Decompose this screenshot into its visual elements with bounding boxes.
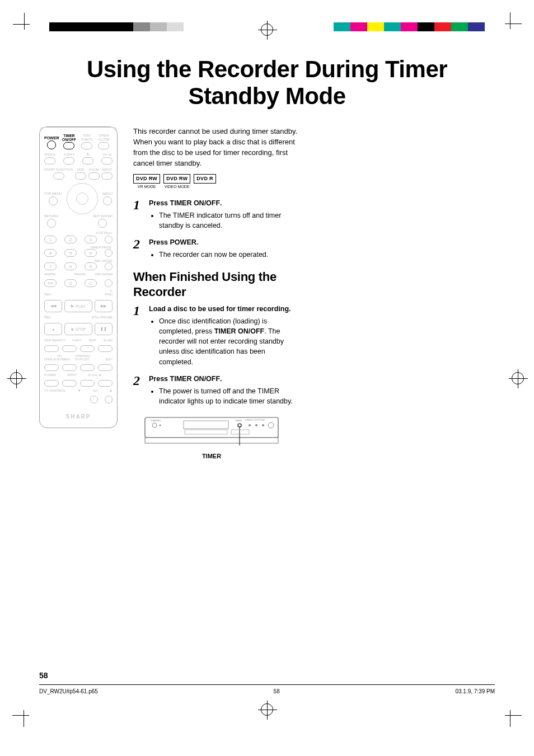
step-instruction: Press TIMER ON/OFF. — [149, 198, 301, 208]
svg-text:OPEN/CL  STOP  PLAY: OPEN/CL STOP PLAY — [245, 419, 265, 421]
step-instruction: Press TIMER ON/OFF. — [149, 374, 301, 384]
crop-mark-icon — [17, 694, 45, 722]
remote-label: SKIP SEARCH — [44, 339, 65, 342]
step-bullet: The power is turned off and the TIMER in… — [159, 386, 301, 406]
remote-label: ORIGINAL/ PLAYLIST — [75, 354, 105, 361]
remote-label: INPUT — [67, 373, 77, 377]
remote-label: MENU — [102, 192, 113, 196]
remote-label: FWD — [105, 293, 113, 297]
remote-label: CH — [102, 153, 107, 156]
remote-label: VCR Plus+ — [44, 231, 113, 234]
disc-tag: DVD R — [194, 174, 216, 184]
registration-cross-icon — [261, 24, 273, 36]
step-bullet: The TIMER indicator turns off and timer … — [159, 210, 301, 231]
footer-timestamp: 03.1.9, 7:39 PM — [455, 688, 495, 694]
crop-mark-icon — [17, 17, 45, 45]
remote-button — [101, 172, 113, 180]
remote-button — [98, 142, 109, 149]
remote-label: ERASE — [74, 273, 86, 276]
disc-tag: DVD RW — [163, 174, 190, 184]
remote-button — [81, 142, 92, 149]
remote-label: ZOOM — [89, 168, 99, 172]
remote-button — [63, 157, 74, 165]
remote-timer-button — [63, 142, 74, 149]
registration-cross-icon — [10, 372, 22, 384]
remote-label: START FUNCTION — [44, 168, 73, 172]
step-instruction: Press POWER. — [149, 237, 301, 247]
remote-label: AUDIO — [64, 153, 74, 157]
remote-label: DISPLAY — [44, 358, 57, 361]
remote-fwd-button: ▶▶ — [95, 300, 113, 312]
remote-label: CH — [92, 389, 97, 392]
remote-label: AM/PM — [44, 273, 55, 276]
intro-paragraph: This recorder cannot be used during time… — [133, 126, 301, 168]
remote-label: ANGLE — [44, 153, 55, 157]
remote-label: STOP — [75, 327, 86, 331]
page-title: Using the Recorder During Timer Standby … — [39, 56, 495, 110]
page-number: 58 — [39, 671, 48, 680]
remote-button — [47, 219, 56, 228]
svg-point-12 — [262, 424, 264, 426]
svg-rect-1 — [145, 438, 278, 443]
remote-button — [49, 196, 58, 205]
remote-brand: SHARP — [44, 414, 113, 420]
remote-label: TOP MENU — [44, 192, 62, 196]
section-heading: When Finished Using the Recorder — [133, 270, 301, 299]
remote-label: DNR — [77, 168, 85, 172]
step-number: 1 — [133, 198, 143, 212]
remote-label: STILL/PAUSE — [91, 316, 113, 320]
svg-text:TIMER: TIMER — [235, 419, 242, 422]
remote-rev-button: ◀◀ — [44, 300, 62, 312]
remote-button — [75, 172, 86, 180]
remote-play-button: ▶ PLAY — [64, 300, 92, 312]
remote-stop-button: ■ STOP — [64, 323, 92, 335]
color-bar-left — [49, 22, 184, 31]
remote-power-label: POWER — [44, 136, 59, 140]
remote-power-button — [47, 140, 56, 149]
remote-label: SET/ ENTER — [93, 214, 113, 218]
remote-label: VOL — [91, 373, 97, 377]
step-bullet: The recorder can now be operated. — [159, 250, 301, 260]
svg-text:STANDBY: STANDBY — [151, 419, 161, 422]
remote-label: PLAY — [76, 304, 85, 308]
remote-button — [103, 196, 112, 205]
front-panel-diagram: STANDBY TIMER OPEN/CL STOP PLAY — [144, 413, 279, 461]
remote-label: SKIP — [89, 339, 96, 342]
remote-button — [98, 219, 107, 228]
remote-label: EDIT — [105, 358, 113, 361]
remote-label: OPEN/ CLOSE — [95, 134, 113, 142]
remote-timer-label: TIMER ON/OFF — [59, 134, 79, 142]
remote-label: DISC CHECK — [79, 134, 95, 142]
crop-mark-icon — [489, 694, 517, 722]
remote-label: INPUT — [102, 168, 112, 172]
remote-label: F.ADV — [72, 339, 81, 342]
remote-label: REV — [44, 293, 51, 297]
step-instruction: Load a disc to be used for timer recordi… — [149, 304, 301, 314]
remote-label: PROGRAM — [95, 273, 113, 276]
color-bar-right — [334, 22, 485, 31]
remote-pause-button: ❚❚ — [95, 323, 113, 335]
footer-filename: DV_RW2U#p54-61.p65 — [39, 688, 98, 694]
remote-button — [88, 172, 100, 180]
remote-label: REC — [44, 316, 51, 320]
remote-label: RETURN — [44, 214, 58, 218]
remote-button — [44, 157, 55, 165]
crop-mark-icon — [489, 17, 517, 45]
remote-button — [82, 157, 93, 165]
registration-cross-icon — [512, 372, 524, 384]
disc-type-tags: DVD RWVR MODE DVD RWVIDEO MODE DVD R — [133, 174, 301, 190]
remote-button — [101, 157, 113, 165]
disc-tag-sub: VIDEO MODE — [165, 184, 190, 190]
remote-label: SLOW — [104, 339, 113, 342]
remote-dpad — [67, 183, 98, 214]
disc-tag: DVD RW — [133, 174, 160, 184]
svg-point-11 — [255, 424, 257, 426]
registration-cross-icon — [261, 703, 273, 716]
footer-pagenum: 58 — [274, 688, 280, 694]
remote-label: ON SCREEN — [57, 354, 75, 361]
panel-callout-label: TIMER — [144, 452, 279, 461]
step-bullet: Once disc identification (loading) is co… — [159, 316, 301, 367]
disc-tag-sub: VR MODE — [138, 184, 156, 190]
remote-control-diagram: POWER TIMER ON/OFF DISC CHECK OPEN/ CLOS… — [39, 126, 118, 428]
remote-rec-button: ● — [44, 323, 62, 335]
